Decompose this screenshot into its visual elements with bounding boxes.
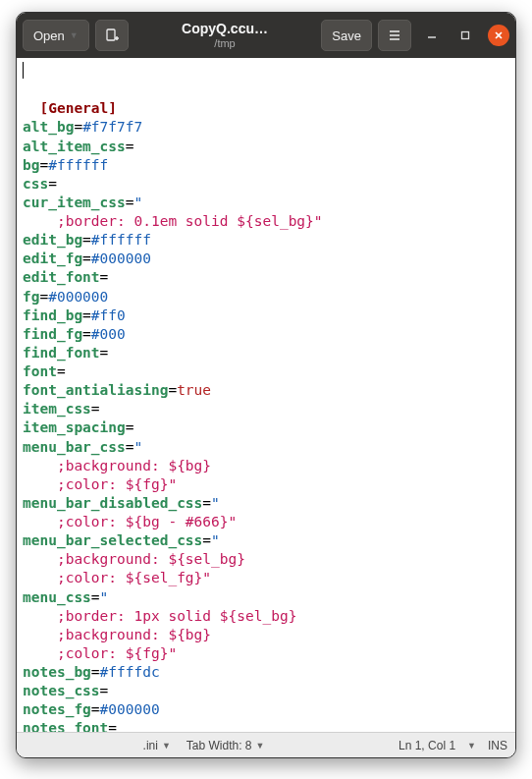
filetype-selector[interactable]: .ini ▼ — [135, 733, 179, 757]
insert-mode[interactable]: INS — [480, 733, 515, 757]
title-block: CopyQ.ccu… /tmp — [134, 22, 316, 48]
hamburger-icon — [388, 28, 401, 42]
close-button[interactable] — [488, 25, 509, 46]
svg-rect-7 — [462, 32, 469, 39]
document-path: /tmp — [134, 37, 316, 49]
new-document-icon — [104, 28, 120, 43]
svg-rect-0 — [107, 29, 115, 40]
chevron-down-icon: ▼ — [162, 741, 171, 751]
insert-mode-label: INS — [488, 739, 507, 752]
minimize-icon — [426, 29, 438, 41]
chevron-down-icon: ▼ — [256, 741, 265, 751]
position-label: Ln 1, Col 1 — [399, 739, 455, 752]
maximize-button[interactable] — [454, 25, 476, 46]
open-label: Open — [33, 28, 65, 43]
save-button[interactable]: Save — [321, 20, 372, 51]
chevron-down-icon: ▼ — [467, 741, 476, 751]
tabwidth-label: Tab Width: 8 — [186, 739, 252, 752]
cursor-position[interactable]: Ln 1, Col 1 — [391, 733, 463, 757]
tabwidth-selector[interactable]: Tab Width: 8 ▼ — [179, 733, 273, 757]
save-label: Save — [332, 28, 361, 43]
close-icon — [493, 29, 505, 41]
filetype-label: .ini — [143, 739, 158, 752]
text-cursor — [23, 62, 24, 79]
chevron-down-icon: ▼ — [70, 30, 79, 40]
position-dropdown[interactable]: ▼ — [463, 733, 480, 757]
new-tab-button[interactable] — [95, 20, 129, 51]
text-editor-area[interactable]: [General] alt_bg=#f7f7f7 alt_item_css= b… — [17, 58, 515, 732]
open-button[interactable]: Open ▼ — [23, 20, 89, 51]
document-title: CopyQ.ccu… — [134, 22, 316, 36]
hamburger-menu-button[interactable] — [378, 20, 411, 51]
editor-window: Open ▼ CopyQ.ccu… /tmp Save — [16, 12, 516, 758]
statusbar: .ini ▼ Tab Width: 8 ▼ Ln 1, Col 1 ▼ INS — [17, 732, 515, 757]
window-controls — [421, 25, 509, 46]
maximize-icon — [459, 29, 471, 41]
minimize-button[interactable] — [421, 25, 443, 46]
titlebar: Open ▼ CopyQ.ccu… /tmp Save — [17, 13, 515, 58]
